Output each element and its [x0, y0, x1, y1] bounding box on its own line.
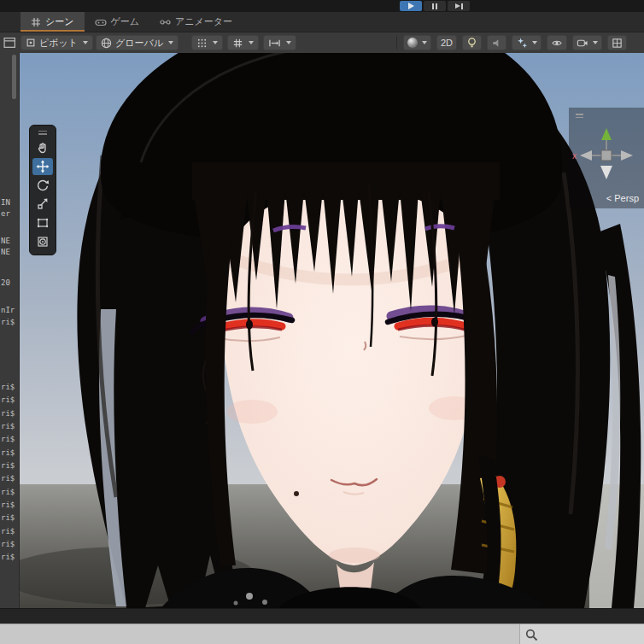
- x-axis-label: x: [572, 151, 577, 161]
- animator-icon: [160, 17, 171, 27]
- gamepad-icon: [95, 17, 107, 27]
- handle-space-dropdown[interactable]: グローバル: [96, 35, 179, 50]
- globe-icon: [101, 38, 112, 49]
- hand-icon: [36, 141, 50, 155]
- view-tab-bar: シーン ゲーム アニメーター: [0, 12, 644, 32]
- panel-icon: [3, 37, 16, 49]
- grid-snap-icon: [232, 38, 243, 49]
- gizmo-grip[interactable]: [576, 114, 583, 118]
- neg-y-axis-cone: [600, 166, 612, 179]
- tab-animator[interactable]: アニメーター: [149, 12, 243, 32]
- gizmos-dropdown[interactable]: [607, 35, 627, 50]
- gizmos-grid-icon: [612, 38, 623, 49]
- tab-game-label: ゲーム: [111, 15, 140, 28]
- grid-snap-dropdown[interactable]: [227, 35, 259, 50]
- shading-mode-dropdown[interactable]: [403, 35, 431, 50]
- palette-grip[interactable]: [38, 128, 47, 137]
- x-axis-cone: [580, 150, 592, 161]
- pause-button[interactable]: [424, 1, 446, 11]
- play-button[interactable]: [400, 1, 422, 11]
- step-icon: [455, 3, 463, 9]
- scene-lighting-button[interactable]: [462, 35, 482, 50]
- left-edge-text: ri$: [1, 501, 15, 510]
- search-icon: [525, 629, 538, 641]
- left-edge-text: ri$: [1, 318, 15, 327]
- left-edge-text: NE: [1, 237, 10, 246]
- grid-visibility-dropdown[interactable]: [191, 35, 223, 50]
- status-bar: [0, 624, 644, 644]
- toggle-2d-button[interactable]: 2D: [436, 35, 457, 50]
- toolbar-divider: [396, 36, 397, 50]
- left-edge-text: ri$: [1, 553, 15, 562]
- chevron-down-icon: [213, 41, 218, 44]
- scene-toolbar: ピボット グローバル: [0, 32, 644, 54]
- unity-editor-window: シーン ゲーム アニメーター: [0, 0, 644, 644]
- left-edge-text: ri$: [1, 448, 15, 458]
- left-edge-text: ri$: [1, 383, 15, 392]
- search-box[interactable]: [519, 624, 644, 644]
- tab-scene-label: シーン: [45, 15, 74, 28]
- left-edge-text: NE: [1, 248, 10, 257]
- grid-dots-icon: [196, 38, 208, 49]
- tab-scene[interactable]: シーン: [20, 12, 85, 32]
- scale-icon: [36, 197, 50, 211]
- chevron-down-icon: [249, 41, 254, 44]
- rotate-icon: [36, 179, 50, 192]
- left-edge-fragments: INerNENE20nIrri$ri$ri$ri$ri$ri$ri$ri$ri$…: [0, 53, 19, 608]
- scene-grid-icon: [31, 17, 41, 27]
- step-button[interactable]: [448, 1, 470, 11]
- left-panel-edge: INerNENE20nIrri$ri$ri$ri$ri$ri$ri$ri$ri$…: [0, 53, 20, 608]
- pause-icon: [432, 3, 437, 9]
- scale-tool-button[interactable]: [32, 196, 53, 213]
- orientation-gizmo[interactable]: x < Persp: [569, 108, 644, 208]
- rect-icon: [36, 216, 50, 230]
- sparkles-icon: [516, 37, 528, 49]
- scene-audio-button[interactable]: [487, 35, 506, 50]
- rect-tool-button[interactable]: [32, 214, 53, 231]
- 2d-label: 2D: [441, 38, 453, 48]
- scene-effects-dropdown[interactable]: [512, 35, 542, 50]
- left-edge-text: IN: [1, 198, 10, 208]
- tab-game[interactable]: ゲーム: [85, 12, 150, 32]
- chevron-down-icon: [422, 41, 427, 44]
- left-edge-text: ri$: [1, 461, 15, 471]
- pivot-dropdown[interactable]: ピボット: [20, 35, 93, 50]
- left-edge-text: ri$: [1, 422, 15, 431]
- left-edge-text: ri$: [1, 513, 15, 523]
- scene-toolbar-right: 2D: [403, 35, 627, 50]
- play-controls: [400, 1, 470, 11]
- left-edge-text: ri$: [1, 488, 15, 497]
- axis-gizmo-icon[interactable]: x: [569, 121, 644, 190]
- scene-view[interactable]: INerNENE20nIrri$ri$ri$ri$ri$ri$ri$ri$ri$…: [0, 53, 644, 608]
- hand-tool-button[interactable]: [32, 139, 53, 156]
- left-edge-text: ri$: [1, 527, 15, 536]
- y-axis-cone: [601, 128, 612, 140]
- play-controls-bar: [0, 0, 644, 12]
- left-edge-text: ri$: [1, 395, 15, 405]
- chevron-down-icon: [168, 41, 173, 44]
- eye-icon: [551, 38, 563, 49]
- projection-label[interactable]: < Persp: [569, 193, 639, 203]
- snap-increment-dropdown[interactable]: [263, 35, 296, 50]
- camera-icon: [577, 38, 588, 49]
- move-icon: [36, 160, 50, 173]
- left-edge-text: ri$: [1, 540, 15, 549]
- scene-camera-dropdown[interactable]: [572, 35, 602, 50]
- scene-visibility-button[interactable]: [547, 35, 567, 50]
- play-icon: [408, 3, 414, 9]
- rotate-tool-button[interactable]: [32, 177, 53, 194]
- bottom-panel-strip: [0, 608, 644, 624]
- move-tool-button[interactable]: [32, 158, 53, 175]
- chevron-down-icon: [593, 41, 598, 44]
- scene-render-character: [0, 53, 644, 608]
- move-snap-icon: [268, 38, 281, 49]
- handle-space-label: グローバル: [115, 37, 163, 50]
- chevron-down-icon: [286, 41, 291, 44]
- left-edge-text: nIr: [1, 306, 15, 315]
- z-axis-cube: [601, 150, 612, 161]
- left-edge-text: ri$: [1, 474, 15, 483]
- chevron-down-icon: [83, 41, 88, 44]
- transform-tool-button[interactable]: [32, 233, 53, 250]
- pivot-icon: [26, 38, 36, 48]
- tab-animator-label: アニメーター: [175, 15, 232, 28]
